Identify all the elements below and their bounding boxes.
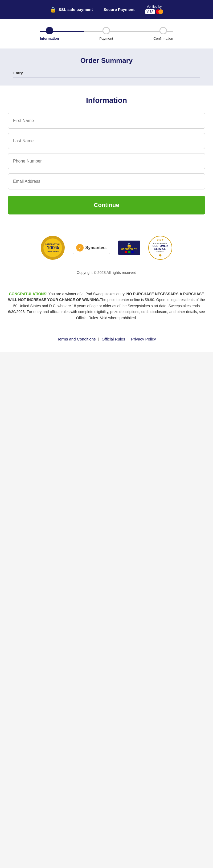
- card-icons: VISA: [145, 9, 164, 14]
- symantec-badge: ✓ Symantec.: [73, 242, 110, 254]
- last-name-input[interactable]: [8, 133, 205, 149]
- footer: Terms and Conditions | Official Rules | …: [0, 329, 213, 352]
- information-section: Information Continue: [0, 86, 213, 225]
- sat-guarantee-text: GUARANTEE: [47, 251, 59, 253]
- disclaimer-section: CONGRATULATIONS! You are a winner of a i…: [0, 283, 213, 329]
- sat-satisfaction-text: SATISFACTION: [45, 243, 61, 245]
- header: 🔒 SSL safe payment Secure Payment Verifi…: [0, 0, 213, 19]
- order-summary-table: Entry: [13, 69, 200, 78]
- step-circle-confirmation: [159, 27, 167, 34]
- customer-service-badge: EXCELLENCE CUSTOMER SERVICE AWARD ◆: [148, 236, 172, 260]
- excellence-label: EXCELLENCE: [153, 242, 168, 245]
- terms-conditions-link[interactable]: Terms and Conditions: [57, 337, 96, 341]
- step-confirmation: Confirmation: [153, 27, 173, 40]
- disclaimer-intro: You are a winner of a iPad Sweepstakes e…: [47, 292, 126, 296]
- step-label-information: Information: [40, 36, 59, 40]
- secured-by-label: SECURED BY: [121, 248, 137, 250]
- order-entry-label: Entry: [13, 71, 23, 75]
- lock-icon: 🔒: [50, 6, 57, 13]
- sat-outer: SATISFACTION 100% GUARANTEE: [41, 236, 65, 260]
- order-summary-section: Order Summary Entry: [0, 49, 213, 86]
- secured-lock-icon: 🔒: [121, 243, 137, 248]
- official-rules-link[interactable]: Official Rules: [102, 337, 125, 341]
- symantec-check-icon: ✓: [76, 244, 83, 251]
- privacy-policy-link[interactable]: Privacy Policy: [131, 337, 156, 341]
- verified-by-item: Verified by VISA: [145, 5, 164, 14]
- customer-service-label: CUSTOMER SERVICE: [151, 245, 169, 250]
- verified-label: Verified by: [147, 5, 162, 8]
- visa-icon: VISA: [145, 9, 155, 14]
- secure-payment-item: Secure Payment: [104, 7, 135, 12]
- award-label: AWARD: [156, 250, 164, 253]
- congrats-label: CONGRATULATIONS!: [9, 292, 48, 296]
- step-payment: Payment: [99, 27, 113, 40]
- progress-bar: Information Payment Confirmation: [40, 27, 173, 40]
- trust-section: SATISFACTION 100% GUARANTEE ✓ Symantec. …: [0, 225, 213, 283]
- ssl-label: SSL safe payment: [59, 7, 93, 12]
- step-label-confirmation: Confirmation: [153, 36, 173, 40]
- secured-badge: 🔒 SECURED BY: [118, 241, 140, 255]
- sat-inner: SATISFACTION 100% GUARANTEE: [43, 239, 62, 257]
- step-circle-information: [46, 27, 53, 34]
- first-name-input[interactable]: [8, 113, 205, 129]
- ssl-safe-item: 🔒 SSL safe payment: [50, 6, 93, 13]
- verified-by-block: Verified by VISA: [145, 5, 164, 14]
- disclaimer-text: CONGRATULATIONS! You are a winner of a i…: [8, 291, 205, 321]
- email-input[interactable]: [8, 174, 205, 189]
- sat-100-text: 100%: [46, 245, 59, 251]
- symantec-label: Symantec.: [85, 245, 106, 250]
- phone-input[interactable]: [8, 153, 205, 169]
- separator-1: |: [98, 337, 100, 341]
- satisfaction-badge: SATISFACTION 100% GUARANTEE: [41, 236, 65, 260]
- separator-2: |: [128, 337, 130, 341]
- progress-section: Information Payment Confirmation: [0, 19, 213, 49]
- secure-payment-label: Secure Payment: [104, 7, 135, 12]
- order-summary-title: Order Summary: [11, 57, 202, 65]
- progress-steps: Information Payment Confirmation: [40, 27, 173, 40]
- step-information: Information: [40, 27, 59, 40]
- information-title: Information: [8, 96, 205, 105]
- copyright-text: Copyright © 2023 All rights reserved: [77, 268, 136, 277]
- step-label-payment: Payment: [99, 36, 113, 40]
- mastercard-icon: [156, 9, 163, 14]
- trust-badges: SATISFACTION 100% GUARANTEE ✓ Symantec. …: [41, 236, 172, 260]
- continue-button[interactable]: Continue: [8, 196, 205, 214]
- step-circle-payment: [103, 27, 110, 34]
- order-row-entry: Entry: [13, 69, 200, 78]
- diamond-icon: ◆: [159, 253, 162, 257]
